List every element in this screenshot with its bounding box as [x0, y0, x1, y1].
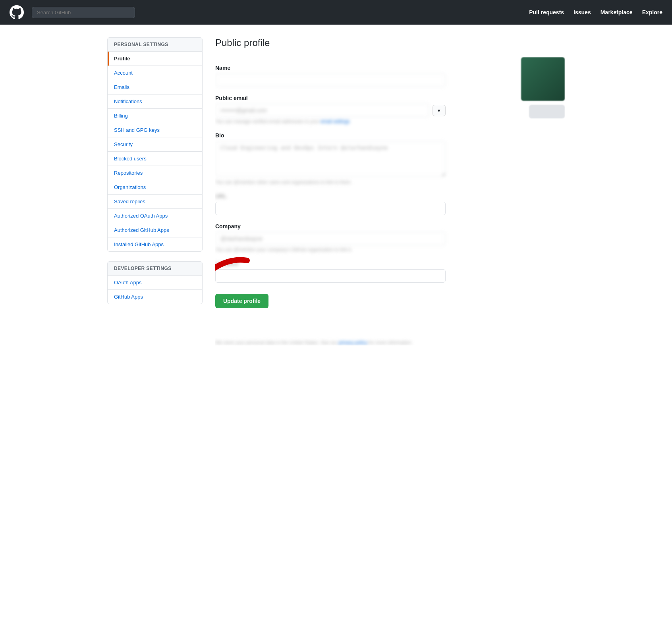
- url-input[interactable]: [215, 202, 446, 215]
- location-label: Location: [215, 260, 565, 267]
- profile-picture-edit-btn[interactable]: [529, 105, 565, 118]
- bio-hint: You can @mention other users and organiz…: [215, 179, 565, 185]
- name-input[interactable]: [215, 73, 446, 87]
- email-settings-link[interactable]: email settings: [321, 119, 350, 124]
- sidebar-item-saved-replies[interactable]: Saved replies: [108, 195, 202, 209]
- nav-issues[interactable]: Issues: [574, 9, 591, 15]
- sidebar-item-oauth-apps[interactable]: OAuth Apps: [108, 276, 202, 290]
- public-email-input[interactable]: [215, 104, 429, 117]
- nav-pull-requests[interactable]: Pull requests: [529, 9, 564, 15]
- bio-group: Bio Cloud Engineering and DevOps Intern …: [215, 132, 565, 185]
- privacy-policy-link[interactable]: privacy policy: [339, 340, 367, 345]
- sidebar-item-repositories[interactable]: Repositories: [108, 166, 202, 180]
- name-label: Name: [215, 65, 565, 71]
- public-email-label: Public email: [215, 95, 565, 101]
- profile-picture[interactable]: [521, 57, 565, 101]
- nav-links: Pull requests Issues Marketplace Explore: [529, 9, 662, 15]
- sidebar-item-installed-github-apps[interactable]: Installed GitHub Apps: [108, 237, 202, 251]
- main-content: Public profile Name Public email ▾ You c…: [215, 37, 565, 345]
- email-dropdown-btn[interactable]: ▾: [433, 105, 446, 116]
- email-row: ▾: [215, 104, 446, 117]
- url-label: URL: [215, 193, 565, 199]
- footer-text: We store your personal data in the Unite…: [215, 340, 565, 345]
- nav-bar: Pull requests Issues Marketplace Explore: [0, 0, 672, 25]
- nav-marketplace[interactable]: Marketplace: [601, 9, 633, 15]
- sidebar-item-profile[interactable]: Profile: [108, 52, 202, 66]
- sidebar-item-organizations[interactable]: Organizations: [108, 180, 202, 195]
- location-input[interactable]: [215, 269, 446, 283]
- sidebar-item-account[interactable]: Account: [108, 66, 202, 80]
- update-profile-button[interactable]: Update profile: [215, 294, 268, 308]
- search-input[interactable]: [32, 7, 135, 18]
- name-group: Name: [215, 65, 565, 87]
- company-input[interactable]: [215, 232, 446, 245]
- company-label: Company: [215, 223, 565, 230]
- github-logo-icon: [10, 5, 24, 19]
- developer-settings-section: Developer settings OAuth Apps GitHub App…: [107, 261, 203, 304]
- sidebar-item-github-apps[interactable]: GitHub Apps: [108, 290, 202, 304]
- developer-settings-header: Developer settings: [108, 262, 202, 276]
- company-group: Company You can @mention your company's …: [215, 223, 565, 253]
- personal-settings-header: Personal settings: [108, 38, 202, 52]
- sidebar-item-ssh-gpg-keys[interactable]: SSH and GPG keys: [108, 123, 202, 137]
- company-hint: You can @mention your company's GitHub o…: [215, 247, 565, 253]
- sidebar-item-notifications[interactable]: Notifications: [108, 94, 202, 109]
- personal-settings-section: Personal settings Profile Account Emails…: [107, 37, 203, 252]
- sidebar-item-blocked-users[interactable]: Blocked users: [108, 152, 202, 166]
- sidebar-item-emails[interactable]: Emails: [108, 80, 202, 94]
- location-group: Location: [215, 260, 565, 283]
- sidebar-item-security[interactable]: Security: [108, 137, 202, 152]
- bio-label: Bio: [215, 132, 565, 139]
- update-btn-area: Update profile: [215, 294, 268, 308]
- nav-explore[interactable]: Explore: [642, 9, 662, 15]
- sidebar: Personal settings Profile Account Emails…: [107, 37, 203, 345]
- page-body: Personal settings Profile Account Emails…: [98, 25, 574, 358]
- page-title: Public profile: [215, 37, 565, 55]
- profile-picture-area: [513, 57, 565, 216]
- email-hint: You can manage verified email addresses …: [215, 119, 565, 124]
- sidebar-item-authorized-github-apps[interactable]: Authorized GitHub Apps: [108, 223, 202, 237]
- sidebar-item-billing[interactable]: Billing: [108, 109, 202, 123]
- bio-input[interactable]: Cloud Engineering and DevOps Intern @sta…: [215, 141, 446, 177]
- public-email-group: Public email ▾ You can manage verified e…: [215, 95, 565, 124]
- sidebar-item-authorized-oauth-apps[interactable]: Authorized OAuth Apps: [108, 209, 202, 223]
- url-group: URL: [215, 193, 565, 215]
